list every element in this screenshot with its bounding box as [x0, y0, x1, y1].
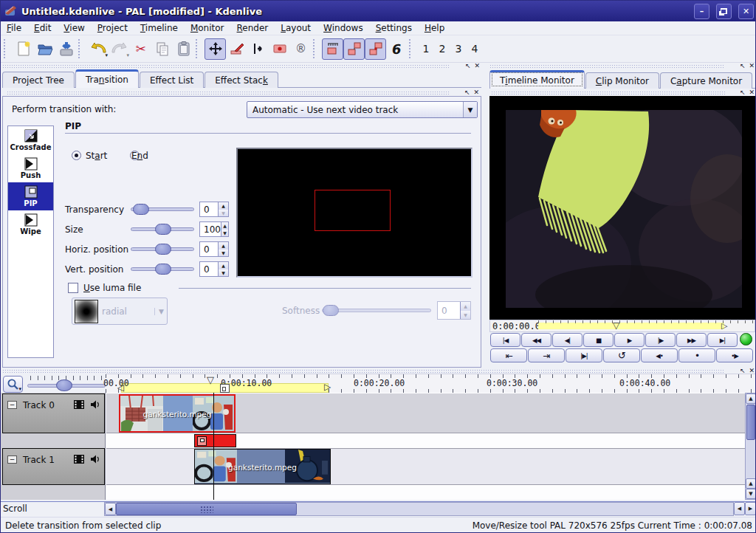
scroll-up-icon[interactable]: ▲ — [746, 478, 756, 489]
snap-to-marker-button[interactable] — [365, 38, 386, 60]
monitor-zone-end-marker[interactable]: ▷ — [721, 322, 727, 330]
spin-value[interactable]: 0 — [200, 242, 218, 256]
menu-settings[interactable]: Settings — [376, 23, 412, 33]
dock-float-icon[interactable]: ↖ — [740, 89, 746, 96]
next-marker-button[interactable]: •▶ — [716, 348, 753, 362]
tab-effect-stack[interactable]: Effect Stack — [205, 72, 278, 88]
loop-zone-button[interactable]: ↺ — [603, 348, 640, 362]
spin-value[interactable]: 0 — [200, 262, 218, 276]
zone-end-button[interactable]: ⇥ — [528, 348, 565, 362]
menu-project[interactable]: Project — [97, 23, 128, 33]
timeline-playhead-line[interactable] — [213, 393, 214, 500]
zone-start-button[interactable]: ⇤ — [490, 348, 527, 362]
pip-rect[interactable] — [315, 190, 391, 231]
timeline-clip-track1[interactable]: ganksterito.mpeg — [194, 449, 331, 484]
new-file-button[interactable] — [13, 38, 34, 60]
redo-dropdown-arrow[interactable]: ▾ — [126, 52, 129, 58]
dock-float-icon[interactable]: ↖ — [740, 62, 746, 69]
audio-mute-icon[interactable] — [90, 455, 100, 464]
luma-file-select[interactable]: radial ▼ — [72, 298, 168, 325]
softness-spinbox[interactable]: 0 ▲▼ — [437, 301, 471, 320]
monitor-inner-dock-handle[interactable]: ↖ ✕ — [489, 90, 756, 96]
collapse-track-icon[interactable]: − — [7, 401, 17, 409]
fast-forward-button[interactable]: ▶▶ — [676, 333, 707, 347]
slider-handle[interactable] — [323, 305, 339, 316]
tab-clip-monitor[interactable]: Clip Monitor — [585, 72, 659, 89]
dock-close-icon[interactable]: ✕ — [749, 62, 755, 69]
snap-to-frame-button[interactable] — [322, 38, 343, 60]
zone-in-marker[interactable]: ◁ — [117, 383, 124, 392]
spin-value[interactable]: 0 — [200, 202, 218, 216]
slider-handle[interactable] — [155, 244, 171, 255]
slider-handle[interactable] — [133, 204, 149, 215]
timeline-zoom-slider[interactable] — [27, 376, 106, 392]
stop-button[interactable]: ■ — [583, 333, 614, 347]
collapse-track-icon[interactable]: − — [7, 455, 17, 464]
marker-button[interactable] — [269, 38, 290, 60]
timeline-playhead-marker[interactable]: ▽ — [207, 375, 214, 385]
size-spinbox[interactable]: 100 ▲▼ — [199, 221, 229, 237]
tab-timeline-monitor[interactable]: Timeline Monitor — [489, 70, 585, 89]
layout-3-button[interactable]: 3 — [450, 39, 467, 59]
redo-button[interactable]: ▾ — [109, 38, 130, 60]
add-marker-button[interactable]: • — [678, 348, 715, 362]
vert-position-slider[interactable] — [131, 267, 194, 271]
spin-down-icon[interactable]: ▼ — [221, 230, 228, 237]
toolbar-handle[interactable] — [4, 39, 10, 58]
frame-back-button[interactable]: ◀| — [552, 333, 583, 347]
use-luma-label[interactable]: Use luma file — [83, 283, 141, 293]
go-end-button[interactable]: ▶| — [707, 333, 738, 347]
transition-type-crossfade[interactable]: Crossfade — [8, 126, 53, 154]
menu-timeline[interactable]: Timeline — [140, 23, 178, 33]
menu-monitor[interactable]: Monitor — [190, 23, 224, 33]
go-start-button[interactable]: |◀ — [490, 333, 520, 347]
menu-layout[interactable]: Layout — [281, 23, 311, 33]
transition-type-push[interactable]: Push — [8, 154, 53, 182]
zoom-slider-handle[interactable] — [56, 379, 72, 391]
chevron-down-icon[interactable]: ▾ — [18, 386, 21, 392]
titlebar[interactable]: Untitled.kdenlive - PAL [modified] - Kde… — [1, 1, 756, 21]
close-button[interactable]: ✕ — [738, 4, 754, 19]
paste-button[interactable] — [173, 38, 194, 60]
pip-preview[interactable] — [236, 148, 472, 278]
transition-dock-handle[interactable]: ↖ ✕ — [5, 90, 481, 96]
end-radio-label[interactable]: End — [131, 151, 148, 161]
horn-tool-button[interactable]: 6 — [386, 38, 408, 60]
dock-float-icon[interactable]: ↖ — [464, 89, 470, 96]
menu-edit[interactable]: Edit — [34, 23, 51, 33]
layout-4-button[interactable]: 4 — [467, 39, 483, 59]
tab-effect-list[interactable]: Effect List — [140, 72, 204, 88]
dock-close-icon[interactable]: ✕ — [473, 89, 479, 96]
undo-dropdown-arrow[interactable]: ▾ — [105, 52, 108, 58]
spin-value[interactable]: 100 — [200, 222, 221, 236]
snap-to-clip-button[interactable] — [343, 38, 365, 60]
hscroll-thumb[interactable] — [116, 503, 297, 515]
track-0-header[interactable]: − Track 0 — [2, 393, 105, 433]
softness-slider[interactable] — [322, 309, 431, 312]
use-luma-checkbox[interactable] — [68, 283, 78, 293]
zone-out-marker[interactable]: ▷ — [324, 382, 331, 391]
maximize-button[interactable] — [716, 4, 732, 19]
transition-block[interactable] — [194, 434, 236, 447]
start-radio-label[interactable]: Start — [86, 151, 107, 161]
start-radio[interactable] — [72, 151, 81, 160]
video-monitor[interactable] — [489, 96, 755, 320]
chevron-down-icon[interactable]: ▼ — [463, 102, 477, 117]
slider-handle[interactable] — [155, 264, 171, 275]
transparency-slider[interactable] — [131, 207, 194, 211]
timeline-ruler[interactable]: 00.00 0:00:10.00 0:00:20.00 0:00:30.00 0… — [106, 374, 756, 393]
scroll-right-icon[interactable]: ▶ — [745, 502, 756, 515]
audio-mute-icon[interactable] — [90, 400, 100, 409]
scroll-left-icon[interactable]: ◀ — [105, 503, 116, 515]
play-button[interactable]: ▶ — [614, 333, 645, 347]
spacer-tool-button[interactable] — [247, 38, 269, 60]
timeline-vscrollbar[interactable]: ▲ ▲ ▼ — [745, 393, 756, 500]
layout-1-button[interactable]: 1 — [418, 39, 434, 59]
ruler-seek-box[interactable] — [220, 384, 230, 393]
horiz-position-spinbox[interactable]: 0 ▲▼ — [199, 241, 229, 257]
timeline-zoom-button[interactable]: ▾ — [3, 376, 23, 393]
frame-forward-button[interactable]: |▶ — [645, 333, 676, 347]
play-zone-button[interactable]: |▶| — [566, 348, 602, 362]
timeline-hscrollbar[interactable]: ◀ — [104, 502, 734, 516]
tab-project-tree[interactable]: Project Tree — [2, 72, 75, 88]
